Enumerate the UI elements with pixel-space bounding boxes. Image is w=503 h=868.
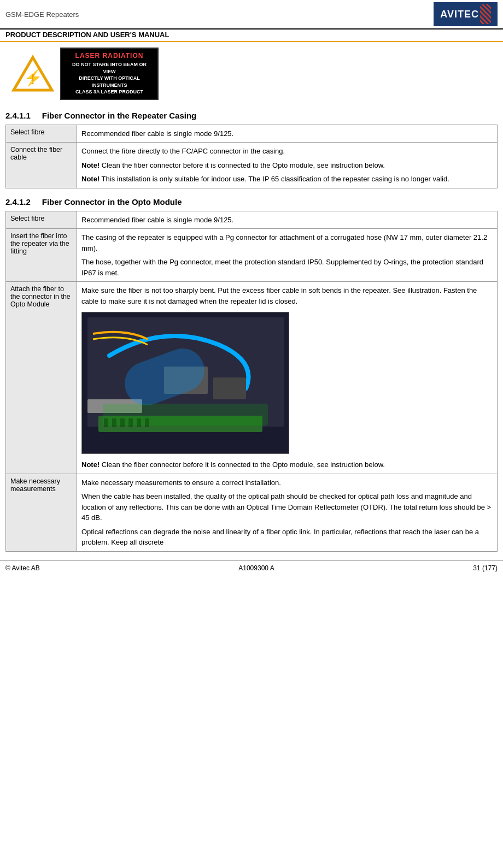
svg-rect-7 bbox=[112, 418, 116, 427]
page-footer: © Avitec AB A1009300 A 31 (177) bbox=[0, 560, 503, 575]
desc-cell-measurements: Make necessary measurements to ensure a … bbox=[77, 474, 498, 551]
repeater-svg bbox=[82, 312, 289, 454]
step-cell-measurements: Make necessary measurements bbox=[6, 474, 77, 551]
footer-page: 31 (177) bbox=[473, 564, 498, 572]
repeater-interior-image bbox=[81, 312, 289, 454]
step-cell-insert-fiber: Insert the fiber into the repeater via t… bbox=[6, 229, 77, 282]
svg-text:!: ! bbox=[31, 71, 34, 87]
section-241-table: Select fibre Recommended fiber cable is … bbox=[5, 125, 498, 188]
subheader-text: PRODUCT DESCRIPTION AND USER'S MANUAL bbox=[5, 31, 169, 39]
note-2: Note! This installation is only suitable… bbox=[81, 174, 493, 185]
svg-rect-5 bbox=[98, 416, 262, 432]
desc-cell-insert-fiber: The casing of the repeater is equipped w… bbox=[77, 229, 498, 282]
svg-rect-14 bbox=[87, 399, 142, 413]
page-header: GSM-EDGE Repeaters AVITEC bbox=[0, 0, 503, 29]
step-cell-attach-fiber: Attach the fiber to the connector in the… bbox=[6, 282, 77, 474]
svg-rect-12 bbox=[164, 367, 208, 394]
laser-body: DO NOT STARE INTO BEAM OR VIEW DIRECTLY … bbox=[67, 61, 152, 96]
section-242-title: 2.4.1.2 Fiber Connector in the Opto Modu… bbox=[5, 197, 498, 206]
footer-copyright: © Avitec AB bbox=[5, 564, 40, 572]
table-row: Select fibre Recommended fiber cable is … bbox=[6, 211, 498, 229]
svg-rect-10 bbox=[137, 418, 141, 427]
svg-rect-8 bbox=[120, 418, 125, 427]
logo-stripe bbox=[480, 4, 491, 24]
svg-rect-13 bbox=[213, 377, 246, 399]
warning-triangle-icon: ⚡ ! bbox=[11, 55, 55, 93]
svg-rect-11 bbox=[145, 418, 149, 427]
laser-warning-label: LASER RADIATION DO NOT STARE INTO BEAM O… bbox=[60, 48, 159, 100]
footer-doc-number: A1009300 A bbox=[238, 564, 274, 572]
desc-cell-select-fibre-2: Recommended fiber cable is single mode 9… bbox=[77, 211, 498, 229]
laser-title: LASER RADIATION bbox=[67, 52, 152, 60]
table-row: Insert the fiber into the repeater via t… bbox=[6, 229, 498, 282]
step-cell-select-fibre-2: Select fibre bbox=[6, 211, 77, 229]
desc-cell-connect-fiber: Connect the fibre directly to the FC/APC… bbox=[77, 143, 498, 188]
page-subheader: PRODUCT DESCRIPTION AND USER'S MANUAL bbox=[0, 29, 503, 42]
section-241-title: 2.4.1.1 Fiber Connector in the Repeater … bbox=[5, 111, 498, 120]
note-attach: Note! Clean the fiber connector before i… bbox=[81, 459, 493, 470]
desc-cell-select-fibre-1: Recommended fiber cable is single mode 9… bbox=[77, 125, 498, 143]
table-row: Make necessary measurements Make necessa… bbox=[6, 474, 498, 551]
desc-cell-attach-fiber: Make sure the fiber is not too sharply b… bbox=[77, 282, 498, 474]
main-content: ⚡ ! LASER RADIATION DO NOT STARE INTO BE… bbox=[0, 42, 503, 552]
table-row: Select fibre Recommended fiber cable is … bbox=[6, 125, 498, 143]
note-1: Note! Clean the fiber connector before i… bbox=[81, 160, 493, 171]
header-title: GSM-EDGE Repeaters bbox=[5, 10, 79, 19]
svg-rect-6 bbox=[104, 418, 108, 427]
logo-area: AVITEC bbox=[434, 2, 498, 26]
table-row: Connect the fiber cable Connect the fibr… bbox=[6, 143, 498, 188]
section-242-table: Select fibre Recommended fiber cable is … bbox=[5, 211, 498, 552]
svg-rect-4 bbox=[87, 317, 284, 427]
step-cell-connect-fiber: Connect the fiber cable bbox=[6, 143, 77, 188]
table-row: Attach the fiber to the connector in the… bbox=[6, 282, 498, 474]
step-cell-select-fibre-1: Select fibre bbox=[6, 125, 77, 143]
warning-section: ⚡ ! LASER RADIATION DO NOT STARE INTO BE… bbox=[5, 48, 498, 100]
svg-rect-9 bbox=[128, 418, 133, 427]
logo: AVITEC bbox=[434, 2, 498, 26]
